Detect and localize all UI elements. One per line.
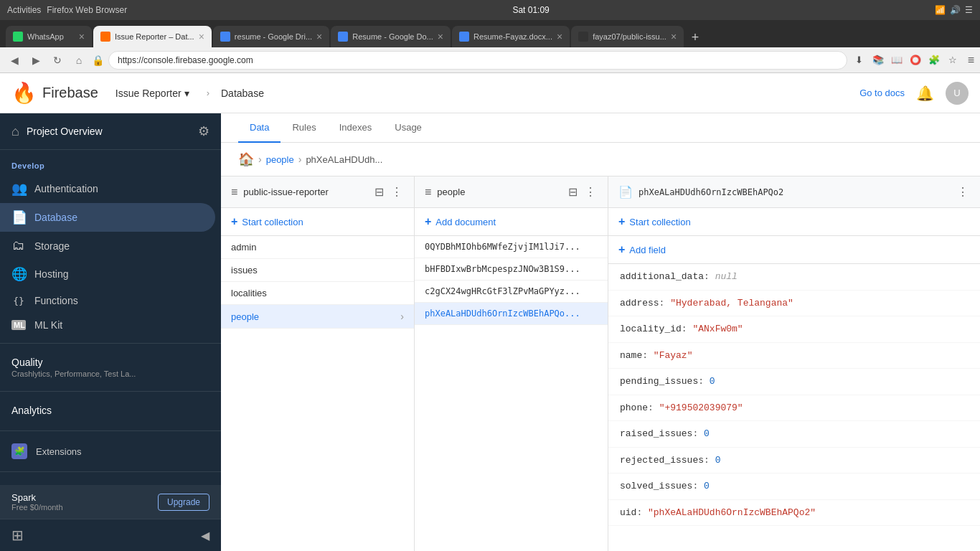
sidebar-item-functions[interactable]: {} Functions (0, 288, 215, 313)
tab-resume-doc-close[interactable]: × (438, 31, 443, 42)
sidebar-divider-1 (0, 343, 221, 344)
doc-item-2[interactable]: c2gCX24wgHRcGtF3lZPvMaGPYyz... (415, 281, 608, 303)
field-colon-8: : (692, 481, 704, 491)
tab-rules[interactable]: Rules (281, 113, 327, 143)
tab-github-close[interactable]: × (671, 31, 677, 42)
tab-resume-fayaz-close[interactable]: × (557, 31, 562, 42)
collapse-sidebar-icon[interactable]: ◀ (201, 529, 209, 542)
field-name[interactable]: name: "Fayaz" (608, 343, 980, 369)
address-bar: ◀ ▶ ↻ ⌂ 🔒 ⬇ 📚 📖 ⭕ 🧩 ☆ ≡ (0, 47, 980, 73)
menu-icon: ☰ (965, 5, 973, 15)
field-address[interactable]: address: "Hyderabad, Telangana" (608, 291, 980, 317)
tabs-bar: WhatsApp × Issue Reporter – Dat... × res… (0, 20, 980, 47)
back-button[interactable]: ◀ (6, 52, 23, 69)
reader-icon[interactable]: 📖 (889, 52, 905, 68)
app-container: 🔥 Firebase Issue Reporter ▾ › Database G… (0, 73, 980, 551)
sidebar-item-hosting[interactable]: 🌐 Hosting (0, 260, 215, 288)
grid-icon[interactable]: ⊞ (11, 527, 24, 544)
project-home-icon: ⌂ (11, 124, 19, 139)
user-avatar[interactable]: U (946, 82, 969, 105)
add-document-button[interactable]: + Add document (415, 208, 608, 236)
header-actions: Go to docs 🔔 U (859, 82, 969, 105)
tab-data[interactable]: Data (238, 113, 281, 143)
field-phone[interactable]: phone: "+919502039079" (608, 395, 980, 422)
forward-button[interactable]: ▶ (27, 52, 44, 69)
browser-name[interactable]: Firefox Web Browser (47, 5, 127, 15)
sidebar-item-storage[interactable]: 🗂 Storage (0, 232, 215, 260)
new-tab-button[interactable]: + (685, 27, 705, 47)
tab-indexes[interactable]: Indexes (328, 113, 384, 143)
col1-filter-icon[interactable]: ⊟ (373, 184, 385, 200)
activities-label[interactable]: Activities (7, 5, 41, 15)
upgrade-button[interactable]: Upgrade (158, 494, 209, 511)
sidebar-item-mlkit[interactable]: ML ML Kit (0, 313, 215, 337)
sidebar-item-database[interactable]: 📄 Database (0, 203, 215, 232)
bc-sep-1: › (258, 154, 262, 165)
collection-item-issues[interactable]: issues (221, 259, 414, 282)
collection-item-issues-label: issues (231, 265, 258, 276)
collection-item-people[interactable]: people › (221, 305, 414, 329)
field-value-address: "Hyderabad, Telangana" (670, 298, 793, 309)
col1-actions: ⊟ ⋮ (373, 184, 404, 200)
tab-whatsapp-close[interactable]: × (79, 31, 85, 42)
sidebar-project-overview[interactable]: ⌂ Project Overview ⚙ (0, 113, 221, 150)
col1-header: ≡ public-issue-reporter ⊟ ⋮ (221, 176, 414, 208)
sidebar-item-authentication[interactable]: 👥 Authentication (0, 174, 215, 203)
start-collection-button[interactable]: + Start collection (221, 208, 414, 236)
breadcrumb-people[interactable]: people (266, 154, 294, 165)
notification-icon[interactable]: 🔔 (916, 85, 934, 102)
browser-menu-button[interactable]: ≡ (968, 54, 974, 67)
doc-item-1-label: bHFBDIxwBrbMcpespzJNOw3B1S9... (425, 264, 580, 274)
tab-whatsapp[interactable]: WhatsApp × (6, 26, 92, 47)
col2-actions: ⊟ ⋮ (567, 184, 598, 200)
start-collection-doc-button[interactable]: + Start collection (608, 208, 980, 236)
field-solved-issues[interactable]: solved_issues: 0 (608, 474, 980, 500)
tab-resume-drive-close[interactable]: × (316, 31, 322, 42)
bc-sep-2: › (298, 154, 302, 165)
bookmarks-icon[interactable]: 📚 (870, 52, 886, 68)
main-content: Data Rules Indexes Usage 🏠 › people › ph… (221, 113, 980, 551)
col2-more-icon[interactable]: ⋮ (583, 184, 598, 200)
star-icon[interactable]: ☆ (945, 52, 961, 68)
add-document-label: Add document (435, 217, 496, 227)
field-colon-2: : (682, 324, 693, 334)
tab-resume-drive[interactable]: resume - Google Dri... × (213, 26, 329, 47)
col1-more-icon[interactable]: ⋮ (390, 184, 404, 200)
col2-filter-icon[interactable]: ⊟ (567, 184, 579, 200)
collection-item-admin[interactable]: admin (221, 236, 414, 259)
tab-issue-reporter[interactable]: Issue Reporter – Dat... × (93, 26, 212, 47)
field-additional-data[interactable]: additional_data: null (608, 264, 980, 291)
collection-item-localities[interactable]: localities (221, 282, 414, 305)
field-value-locality-id: "ANxFw0m" (692, 324, 743, 334)
field-key-additional-data: additional_data (620, 271, 704, 282)
sidebar-item-extensions[interactable]: 🧩 Extensions (0, 437, 221, 466)
col3-more-icon[interactable]: ⋮ (956, 184, 970, 200)
project-settings-icon[interactable]: ⚙ (198, 123, 209, 139)
field-rejected-issues[interactable]: rejected_issues: 0 (608, 448, 980, 474)
tab-resume-doc[interactable]: Resume - Google Do... × (331, 26, 451, 47)
pocket-icon[interactable]: ⭕ (908, 52, 923, 68)
doc-item-3[interactable]: phXeALaHDUdh6OrnIzcWBEhAPQo... (415, 303, 608, 325)
project-selector[interactable]: Issue Reporter ▾ (110, 85, 195, 102)
add-field-button[interactable]: + Add field (608, 236, 980, 264)
field-pending-issues[interactable]: pending_issues: 0 (608, 369, 980, 395)
download-icon[interactable]: ⬇ (852, 52, 867, 68)
field-colon-3: : (642, 350, 654, 361)
wifi-icon: 📶 (935, 5, 946, 15)
doc-item-0[interactable]: 0QYDBhMIOhb6MWfeZjvjIM1lJi7... (415, 236, 608, 258)
extensions-icon[interactable]: 🧩 (926, 52, 942, 68)
go-to-docs-link[interactable]: Go to docs (859, 88, 905, 98)
refresh-button[interactable]: ↻ (49, 52, 66, 69)
tab-resume-fayaz[interactable]: Resume-Fayaz.docx... × (452, 26, 570, 47)
tab-issue-reporter-close[interactable]: × (199, 31, 204, 42)
home-button[interactable]: ⌂ (70, 52, 88, 69)
field-locality-id[interactable]: locality_id: "ANxFw0m" (608, 316, 980, 343)
tab-github[interactable]: fayaz07/public-issu... × (571, 26, 684, 47)
url-input[interactable] (108, 51, 847, 70)
doc-item-1[interactable]: bHFBDIxwBrbMcpespzJNOw3B1S9... (415, 258, 608, 281)
field-uid[interactable]: uid: "phXeALaHDUdh6OrnIzcWBEhAPQo2" (608, 500, 980, 527)
tab-usage[interactable]: Usage (383, 113, 433, 143)
field-raised-issues[interactable]: raised_issues: 0 (608, 421, 980, 448)
breadcrumb-home-icon[interactable]: 🏠 (238, 151, 254, 167)
col1-title: public-issue-reporter (243, 187, 367, 197)
